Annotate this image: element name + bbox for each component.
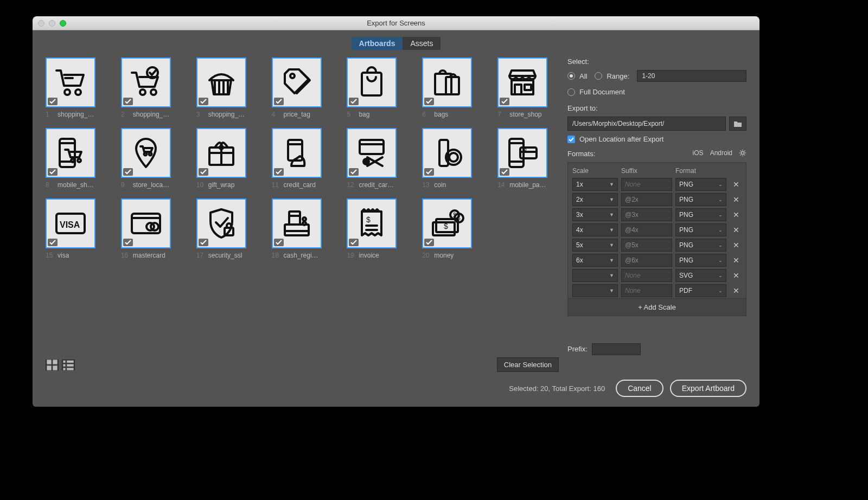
format-select[interactable]: PNG⌄ (675, 239, 726, 252)
svg-point-16 (149, 153, 151, 156)
remove-row-button[interactable]: ✕ (730, 180, 743, 189)
remove-row-button[interactable]: ✕ (730, 256, 743, 265)
radio-range[interactable] (595, 72, 602, 80)
artboard-item[interactable]: 5 bag (347, 57, 397, 118)
remove-row-button[interactable]: ✕ (730, 195, 743, 204)
scale-select[interactable]: 6x▼ (572, 254, 618, 267)
suffix-input[interactable]: @4x (621, 223, 672, 236)
suffix-input[interactable]: @2x (621, 193, 672, 206)
scale-select[interactable]: 1x▼ (572, 178, 618, 191)
browse-folder-button[interactable] (729, 117, 746, 131)
artboard-item[interactable]: 3 shopping_ba... (196, 57, 246, 118)
artboard-item[interactable]: $ 14 mobile_pay... (497, 128, 547, 189)
cancel-button[interactable]: Cancel (616, 380, 663, 397)
view-list-button[interactable] (62, 360, 75, 370)
artboard-thumb[interactable] (272, 128, 322, 178)
artboard-item[interactable]: 13 coin (422, 128, 472, 189)
svg-text:$: $ (366, 215, 371, 224)
scale-select[interactable]: 5x▼ (572, 239, 618, 252)
artboard-thumb[interactable] (196, 57, 246, 107)
remove-row-button[interactable]: ✕ (730, 241, 743, 249)
clear-selection-button[interactable]: Clear Selection (497, 357, 559, 372)
artboard-thumb[interactable] (272, 57, 322, 107)
artboard-thumb[interactable]: $ (347, 198, 397, 248)
artboard-item[interactable]: 9 store_location (121, 128, 171, 189)
svg-rect-20 (360, 140, 384, 154)
svg-rect-51 (63, 360, 65, 362)
artboard-thumb[interactable] (272, 198, 322, 248)
view-grid-button[interactable] (46, 360, 59, 370)
remove-row-button[interactable]: ✕ (730, 271, 743, 280)
artboard-item[interactable]: $ 19 invoice (347, 198, 397, 259)
preset-android-link[interactable]: Android (710, 149, 732, 157)
artboard-number: 3 (196, 111, 204, 118)
format-select[interactable]: PNG⌄ (675, 208, 726, 221)
artboard-item[interactable]: 17 security_ssl (196, 198, 246, 259)
suffix-input[interactable]: None (621, 284, 672, 297)
format-select[interactable]: PNG⌄ (675, 193, 726, 206)
tab-assets[interactable]: Assets (403, 37, 441, 50)
radio-all[interactable] (567, 72, 575, 80)
artboard-thumb[interactable] (46, 128, 95, 178)
artboard-item[interactable]: 2 shopping_ca... (121, 57, 171, 118)
artboard-thumb[interactable] (497, 57, 547, 107)
artboard-item[interactable]: 10 gift_wrap (196, 128, 246, 189)
artboard-item[interactable]: 11 credit_card (272, 128, 322, 189)
format-select[interactable]: SVG⌄ (675, 269, 726, 282)
artboard-thumb[interactable] (121, 198, 171, 248)
open-after-export-checkbox[interactable] (567, 136, 575, 143)
radio-full-document[interactable] (567, 88, 575, 96)
artboard-item[interactable]: 8 mobile_sho... (46, 128, 95, 189)
artboard-thumb[interactable] (46, 57, 95, 107)
suffix-input[interactable]: @6x (621, 254, 672, 267)
artboard-thumb[interactable] (121, 57, 171, 107)
artboard-item[interactable]: 1 shopping_cart (46, 57, 95, 118)
artboard-thumb[interactable] (196, 198, 246, 248)
artboard-item[interactable]: 16 mastercard (121, 198, 171, 259)
artboard-item[interactable]: $$$ 20 money (422, 198, 472, 259)
artboard-item[interactable]: 4 price_tag (272, 57, 322, 118)
export-path-input[interactable] (567, 117, 726, 131)
artboard-thumb[interactable] (196, 128, 246, 178)
artboard-thumb[interactable]: VISA (46, 198, 95, 248)
svg-rect-52 (67, 360, 73, 362)
formats-settings-icon[interactable] (739, 149, 746, 157)
preset-ios-link[interactable]: iOS (693, 149, 704, 157)
suffix-input[interactable]: @5x (621, 239, 672, 252)
scale-select[interactable]: ▼ (572, 284, 618, 297)
artboard-number: 12 (347, 181, 354, 189)
artboard-thumb[interactable]: $ (497, 128, 547, 178)
tab-artboards[interactable]: Artboards (352, 37, 403, 50)
artboard-thumb[interactable] (347, 128, 397, 178)
export-button[interactable]: Export Artboard (670, 380, 746, 397)
format-select[interactable]: PNG⌄ (675, 254, 726, 267)
remove-row-button[interactable]: ✕ (730, 286, 743, 295)
artboard-item[interactable]: 12 credit_card_... (347, 128, 397, 189)
artboard-thumb[interactable] (121, 128, 171, 178)
artboard-item[interactable]: VISA 15 visa (46, 198, 95, 259)
artboard-thumb[interactable] (347, 57, 397, 107)
add-scale-button[interactable]: + Add Scale (568, 298, 746, 316)
remove-row-button[interactable]: ✕ (730, 226, 743, 234)
scale-select[interactable]: 4x▼ (572, 223, 618, 236)
artboard-item[interactable]: 6 bags (422, 57, 472, 118)
prefix-input[interactable] (592, 343, 641, 355)
artboard-name: money (434, 252, 454, 259)
artboard-thumb[interactable] (422, 57, 472, 107)
artboard-thumb[interactable] (422, 128, 472, 178)
scale-select[interactable]: 3x▼ (572, 208, 618, 221)
scale-select[interactable]: 2x▼ (572, 193, 618, 206)
artboard-item[interactable]: 18 cash_register (272, 198, 322, 259)
scale-select[interactable]: ▼ (572, 269, 618, 282)
format-select[interactable]: PDF⌄ (675, 284, 726, 297)
remove-row-button[interactable]: ✕ (730, 210, 743, 219)
artboard-item[interactable]: 7 store_shop (497, 57, 547, 118)
suffix-input[interactable]: @3x (621, 208, 672, 221)
format-select[interactable]: PNG⌄ (675, 178, 726, 191)
suffix-input[interactable]: None (621, 269, 672, 282)
artboard-thumb[interactable]: $$$ (422, 198, 472, 248)
suffix-input[interactable]: None (621, 178, 672, 191)
format-select[interactable]: PNG⌄ (675, 223, 726, 236)
artboard-name: gift_wrap (208, 181, 235, 189)
range-input[interactable] (637, 70, 746, 82)
